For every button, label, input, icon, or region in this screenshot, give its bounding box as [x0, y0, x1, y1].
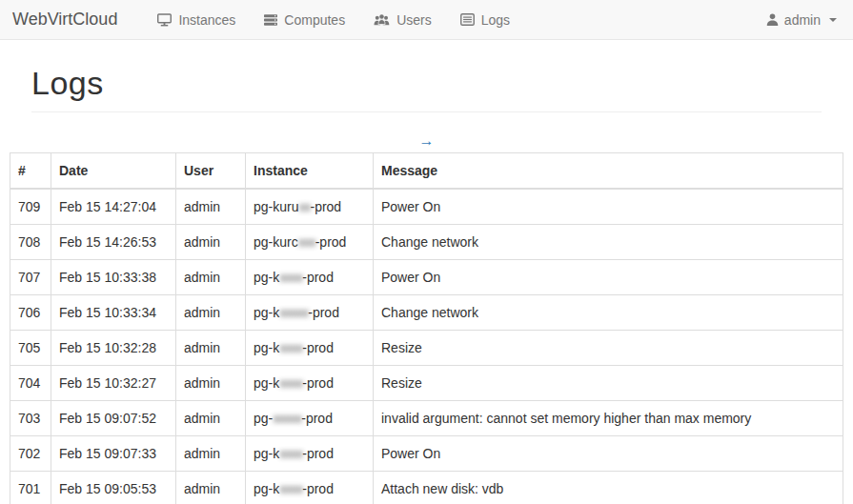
- nav-link-computes[interactable]: Computes: [250, 0, 359, 39]
- instance-name-redacted: xxxx: [279, 270, 302, 285]
- log-user-cell: admin: [176, 436, 246, 472]
- instance-name-suffix: -prod: [301, 411, 333, 426]
- log-id-cell: 705: [10, 331, 51, 366]
- table-row: 706 Feb 15 10:33:34 admin pg-kxxxxx-prod…: [10, 295, 843, 331]
- main-nav: Instances Computes: [143, 0, 524, 39]
- column-header-date: Date: [51, 153, 176, 190]
- instance-name-suffix: -prod: [310, 199, 341, 214]
- log-instance-cell: pg-kxxxx-prod: [246, 366, 374, 401]
- log-id-cell: 709: [10, 189, 51, 225]
- table-row: 703 Feb 15 09:07:52 admin pg-xxxxx-prod …: [10, 401, 843, 436]
- table-row: 708 Feb 15 14:26:53 admin pg-kurcxxx-pro…: [10, 225, 843, 260]
- nav-item-logs: Logs: [446, 0, 524, 39]
- nav-label: Users: [396, 12, 432, 28]
- instance-name-redacted: xxxx: [279, 375, 302, 391]
- page-header: Logs: [31, 65, 822, 112]
- user-dropdown[interactable]: admin: [750, 0, 853, 39]
- nav-item-instances: Instances: [143, 0, 250, 39]
- log-user-cell: admin: [176, 189, 246, 225]
- log-date-cell: Feb 15 10:32:28: [51, 331, 176, 366]
- instance-name-prefix: pg-k: [254, 340, 279, 355]
- list-alt-icon: [460, 13, 475, 26]
- instance-name-prefix: pg-: [254, 411, 273, 426]
- user-name: admin: [784, 12, 821, 28]
- logs-table: # Date User Instance Message 709 Feb 15 …: [10, 152, 843, 504]
- user-icon: [766, 13, 779, 26]
- instance-name-suffix: -prod: [302, 481, 334, 496]
- log-message-cell: Change network: [374, 225, 843, 260]
- column-header-id: #: [10, 153, 51, 190]
- instance-name-prefix: pg-k: [254, 305, 279, 320]
- log-message-cell: Attach new disk: vdb: [374, 472, 843, 504]
- nav-item-users: Users: [359, 0, 446, 39]
- log-date-cell: Feb 15 10:33:34: [51, 295, 176, 331]
- instance-name-redacted: xxxx: [279, 340, 302, 355]
- desktop-icon: [157, 13, 172, 27]
- brand-link[interactable]: WebVirtCloud: [0, 0, 132, 39]
- log-user-cell: admin: [176, 472, 246, 504]
- table-row: 707 Feb 15 10:33:38 admin pg-kxxxx-prod …: [10, 260, 843, 295]
- nav-label: Instances: [178, 12, 235, 28]
- column-header-message: Message: [374, 153, 843, 190]
- instance-name-suffix: -prod: [302, 340, 334, 355]
- instance-name-redacted: xxxx: [279, 446, 302, 461]
- log-instance-cell: pg-xxxxx-prod: [246, 401, 374, 436]
- log-date-cell: Feb 15 09:07:33: [51, 436, 176, 472]
- instance-name-suffix: -prod: [302, 270, 334, 285]
- instance-name-prefix: pg-kurc: [254, 234, 298, 250]
- instance-name-prefix: pg-k: [254, 446, 279, 461]
- log-date-cell: Feb 15 10:32:27: [51, 366, 176, 401]
- log-id-cell: 707: [10, 260, 51, 295]
- nav-label: Computes: [284, 12, 345, 28]
- log-message-cell: invalid argument: cannot set memory high…: [374, 401, 843, 436]
- log-user-cell: admin: [176, 225, 246, 260]
- log-id-cell: 708: [10, 225, 51, 260]
- log-message-cell: Power On: [374, 189, 843, 225]
- instance-name-suffix: -prod: [308, 305, 339, 320]
- instance-name-redacted: xxx: [298, 234, 315, 250]
- table-row: 705 Feb 15 10:32:28 admin pg-kxxxx-prod …: [10, 331, 843, 366]
- log-date-cell: Feb 15 09:05:53: [51, 472, 176, 504]
- log-message-cell: Resize: [374, 366, 843, 401]
- log-instance-cell: pg-kxxxx-prod: [246, 260, 374, 295]
- log-id-cell: 704: [10, 366, 51, 401]
- next-page-link[interactable]: →: [419, 132, 435, 149]
- instance-name-suffix: -prod: [315, 234, 347, 250]
- log-message-cell: Change network: [374, 295, 843, 331]
- instance-name-prefix: pg-k: [254, 375, 279, 391]
- log-id-cell: 703: [10, 401, 51, 436]
- navbar: WebVirtCloud Instances: [0, 0, 853, 40]
- log-id-cell: 701: [10, 472, 51, 504]
- log-message-cell: Power On: [374, 260, 843, 295]
- log-user-cell: admin: [176, 401, 246, 436]
- log-user-cell: admin: [176, 295, 246, 331]
- table-row: 704 Feb 15 10:32:27 admin pg-kxxxx-prod …: [10, 366, 843, 401]
- log-date-cell: Feb 15 09:07:52: [51, 401, 176, 436]
- instance-name-redacted: xxxxx: [279, 305, 308, 320]
- nav-link-users[interactable]: Users: [359, 0, 446, 39]
- log-message-cell: Resize: [374, 331, 843, 366]
- log-instance-cell: pg-kurcxxx-prod: [246, 225, 374, 260]
- column-header-instance: Instance: [246, 153, 374, 190]
- instance-name-redacted: xxxxx: [273, 411, 301, 426]
- log-date-cell: Feb 15 14:27:04: [51, 189, 176, 225]
- content: Logs → # Date User Instance Message 709 …: [0, 65, 853, 504]
- nav-link-instances[interactable]: Instances: [143, 0, 250, 39]
- log-instance-cell: pg-kxxxx-prod: [246, 436, 374, 472]
- instance-name-redacted: xxxx: [279, 481, 302, 496]
- log-instance-cell: pg-kxxxx-prod: [246, 472, 374, 504]
- nav-link-logs[interactable]: Logs: [446, 0, 524, 39]
- instance-name-redacted: xx: [298, 199, 310, 214]
- table-row: 702 Feb 15 09:07:33 admin pg-kxxxx-prod …: [10, 436, 843, 472]
- table-row: 701 Feb 15 09:05:53 admin pg-kxxxx-prod …: [10, 472, 843, 504]
- page-title: Logs: [31, 65, 822, 102]
- nav-item-computes: Computes: [250, 0, 359, 39]
- log-id-cell: 702: [10, 436, 51, 472]
- users-icon: [374, 13, 390, 27]
- log-message-cell: Power On: [374, 436, 843, 472]
- server-icon: [264, 13, 277, 27]
- table-header-row: # Date User Instance Message: [10, 153, 843, 190]
- log-instance-cell: pg-kxxxxx-prod: [246, 295, 374, 331]
- nav-label: Logs: [481, 12, 510, 28]
- instance-name-prefix: pg-kuru: [254, 199, 298, 214]
